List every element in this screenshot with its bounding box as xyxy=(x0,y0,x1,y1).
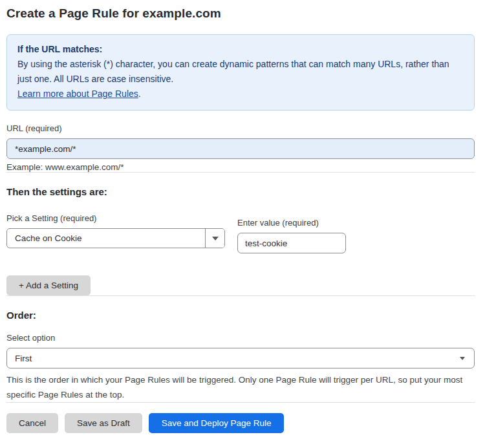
order-help-text: This is the order in which your Page Rul… xyxy=(6,372,475,402)
setting-value-column: Enter value (required) xyxy=(237,213,346,253)
setting-picker-column: Pick a Setting (required) Cache on Cooki… xyxy=(6,213,225,248)
settings-row: Pick a Setting (required) Cache on Cooki… xyxy=(6,213,475,253)
order-heading: Order: xyxy=(6,310,475,321)
value-input-label: Enter value (required) xyxy=(237,218,346,228)
url-input[interactable] xyxy=(6,138,475,159)
footer-divider xyxy=(6,402,475,403)
order-select-value: First xyxy=(15,354,32,363)
chevron-down-icon xyxy=(212,237,219,240)
cancel-button[interactable]: Cancel xyxy=(6,413,58,433)
url-example-hint: Example: www.example.com/* xyxy=(6,162,475,172)
info-box-link-line: Learn more about Page Rules. xyxy=(17,87,464,101)
page-title: Create a Page Rule for example.com xyxy=(6,6,475,21)
save-draft-button[interactable]: Save as Draft xyxy=(65,413,142,433)
setting-select-value: Cache on Cookie xyxy=(7,229,205,248)
setting-select-arrow-button[interactable] xyxy=(205,229,224,248)
section-divider xyxy=(6,295,475,296)
order-select-label: Select option xyxy=(6,333,475,343)
url-match-info-box: If the URL matches: By using the asteris… xyxy=(6,34,475,111)
info-box-heading: If the URL matches: xyxy=(17,42,464,57)
setting-select[interactable]: Cache on Cookie xyxy=(6,228,225,248)
add-setting-button[interactable]: + Add a Setting xyxy=(6,275,91,295)
order-select[interactable]: First xyxy=(6,348,475,368)
footer-actions: Cancel Save as Draft Save and Deploy Pag… xyxy=(6,413,475,433)
learn-more-link[interactable]: Learn more about Page Rules xyxy=(17,89,138,99)
settings-heading: Then the settings are: xyxy=(6,186,475,197)
create-page-rule-form: Create a Page Rule for example.com If th… xyxy=(0,0,485,433)
link-period: . xyxy=(138,89,141,99)
setting-select-label: Pick a Setting (required) xyxy=(6,213,225,223)
info-box-body: By using the asterisk (*) character, you… xyxy=(17,57,464,87)
setting-value-input[interactable] xyxy=(237,233,346,253)
section-divider xyxy=(6,172,475,173)
save-deploy-button[interactable]: Save and Deploy Page Rule xyxy=(149,413,285,433)
url-label: URL (required) xyxy=(6,123,475,133)
chevron-down-icon xyxy=(460,357,465,360)
